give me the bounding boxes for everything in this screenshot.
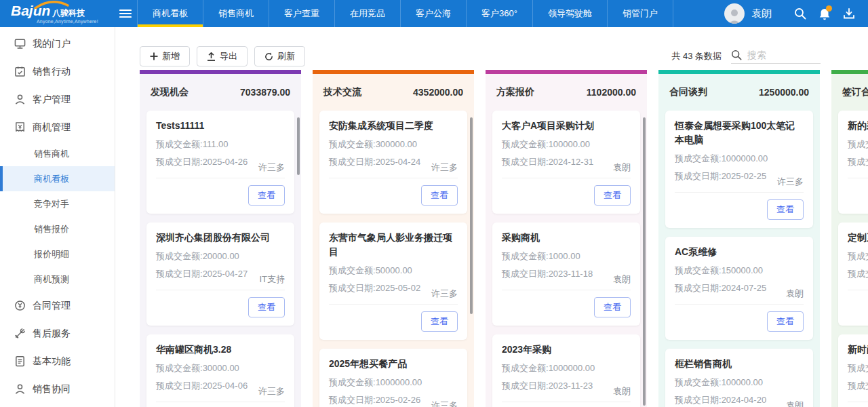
nav-tab-customer-360[interactable]: 客户360° [467,0,533,27]
opportunity-card[interactable]: 框栏销售商机 预成交金额:100000.00 预成交日期:2024-04-20袁… [665,349,813,407]
view-button[interactable]: 查看 [767,199,804,220]
sidebar-item-label: 销售行动 [33,66,71,78]
column-title: 方案报价 [496,86,534,98]
column-total: 1102000.00 [587,87,636,98]
brand-name-cn: 八骏科技 [52,9,85,17]
nav-tab-sales-portal[interactable]: 销管门户 [608,0,673,27]
view-button[interactable]: 查看 [421,185,458,206]
date-value: 2023-11-18 [549,269,593,279]
sidebar-item-quote-detail[interactable]: 报价明细 [0,241,115,267]
sidebar-item-opportunity-mgmt[interactable]: 商机管理 [0,113,115,141]
view-button[interactable]: 查看 [248,297,285,317]
sidebar-item-sales-action[interactable]: 销售行动 [0,58,115,85]
app-logo: Bajun 八骏科技 Anyone,Anytime,Anywhere! [0,0,114,27]
amount-value: 1000.00 [549,251,580,261]
person-icon [14,383,26,395]
card-owner: 袁朗 [786,288,804,300]
amount-value: 100000.00 [549,139,590,149]
sidebar-item-label: 商机预测 [34,273,69,286]
card-owner: 许三多 [777,176,804,188]
card-title: AC泵维修 [675,245,804,259]
nav-tab-customer-dedup[interactable]: 客户查重 [269,0,335,27]
date-label: 预成交日期: [675,395,722,405]
opportunity-card[interactable]: 采购商机 预成交金额:1000.00 预成交日期:2023-11-18袁朗 查看 [492,222,640,326]
menu-toggle-icon[interactable] [114,0,137,27]
sidebar-item-customer-mgmt[interactable]: 客户管理 [0,85,115,113]
bell-icon[interactable] [818,7,831,20]
sidebar-item-sales-quote[interactable]: 销售报价 [0,216,115,241]
nav-tab-customer-pool[interactable]: 客户公海 [401,0,467,27]
sidebar-item-opportunity-board[interactable]: 商机看板 [0,166,115,191]
sidebar-item-contract-mgmt[interactable]: 合同管理 [0,292,115,319]
date-label: 预成交日期: [156,381,203,391]
opportunity-card[interactable]: 华南罐区商机3.28 预成交金额:30000.00 预成交日期:2025-04-… [146,334,294,407]
kanban-column-tech-exchange: 技术交流 4352000.00 安防集成系统项目二季度 预成交金额:300000… [313,70,474,407]
opportunity-card[interactable]: 恒泰金属想要采购100太笔记本电脑 预成交金额:1000000.00 预成交日期… [665,111,813,228]
view-button[interactable]: 查看 [248,185,285,206]
sidebar-item-sales-opportunity[interactable]: 销售商机 [0,141,115,166]
column-scrollbar[interactable] [297,117,300,175]
opportunity-card[interactable]: 2025年想买餐产品 预成交金额:1000000.00 预成交日期:2025-0… [319,349,467,407]
opportunity-card[interactable]: AC泵维修 预成交金额:150000.00 预成交日期:2024-07-25袁朗… [665,237,813,340]
notification-dot [826,5,832,12]
amount-value: 1000000.00 [549,363,595,373]
nav-tab-leader-cockpit[interactable]: 领导驾驶舱 [533,0,608,27]
date-value: 2025-05-02 [376,283,421,293]
date-label: 预成交日期: [329,395,376,405]
sidebar-item-my-portal[interactable]: 我的门户 [0,30,115,58]
view-button[interactable]: 查看 [767,311,804,332]
card-title: 东营市气象局人影业务搬迁项目 [329,231,458,259]
opportunity-card[interactable]: 东营市气象局人影业务搬迁项目 预成交金额:50000.00 预成交日期:2025… [319,222,467,340]
column-total: 7033879.00 [240,87,290,98]
sidebar-item-aftersales-service[interactable]: 售后服务 [0,319,115,347]
view-button[interactable]: 查看 [594,297,631,317]
view-button[interactable]: 查看 [421,311,458,332]
user-area: 袁朗 [724,0,868,27]
download-icon[interactable] [842,7,856,20]
amount-label: 预成交金额: [156,251,203,261]
calendar-check-icon [14,66,26,78]
opportunity-card[interactable]: Tests11111 预成交金额:111.00 预成交日期:2025-04-26… [146,111,294,214]
refresh-button[interactable]: 刷新 [254,46,305,66]
opportunity-card[interactable]: 新时尚2 预成交金额: 预成交日期: 查看 [838,334,868,407]
date-label: 预成交日期: [156,157,203,167]
nav-tab-competitors-inuse[interactable]: 在用竞品 [335,0,401,27]
sidebar: 我的门户 销售行动 客户管理 商机管理 销售商机 商机看板 竞争对手 销售报价 … [0,27,115,407]
date-value: 2023-11-23 [549,381,593,391]
column-scrollbar[interactable] [470,117,473,314]
amount-label: 预成交金额: [156,139,203,149]
opportunity-card[interactable]: 深圳齐心集团股份有限公司 预成交金额:20000.00 预成交日期:2025-0… [146,222,294,326]
opportunity-card[interactable]: 新的采购 预成交金额: 预成交日期: 查看 [838,111,868,214]
opportunity-card[interactable]: 定制系统 预成交金额: 预成交日期: 查看 [838,222,868,326]
column-scrollbar[interactable] [643,117,646,406]
opportunity-card[interactable]: 安防集成系统项目二季度 预成交金额:300000.00 预成交日期:2025-0… [319,111,467,214]
date-label: 预成交日期: [329,283,376,293]
card-owner: 袁朗 [613,161,631,174]
date-label: 预成交日期: [502,157,549,167]
sidebar-item-competitors[interactable]: 竞争对手 [0,191,115,216]
kanban-column-contract-signed: 签订合同 新的采购 预成交金额: 预成交日期: 查看 定制系统 预成交金额: 预… [831,70,868,407]
date-label: 预成交日期: [502,269,549,279]
sidebar-item-basic-functions[interactable]: 基本功能 [0,347,115,375]
current-user-name[interactable]: 袁朗 [751,7,772,20]
sidebar-item-label: 基本功能 [33,355,71,368]
avatar[interactable] [724,3,745,24]
sidebar-item-label: 销售商机 [34,148,69,160]
amount-label: 预成交金额: [329,377,376,387]
kanban-column-contract-negotiation: 合同谈判 1250000.00 恒泰金属想要采购100太笔记本电脑 预成交金额:… [658,70,820,407]
export-button[interactable]: 导出 [197,46,248,66]
sidebar-item-sales-collaboration[interactable]: 销售协同 [0,375,115,403]
search-icon[interactable] [793,7,807,20]
nav-tab-opportunity-board[interactable]: 商机看板 [137,0,203,27]
add-button[interactable]: 新增 [140,46,190,66]
sidebar-item-label: 商机管理 [33,121,71,134]
opportunity-card[interactable]: 2023年采购 预成交金额:1000000.00 预成交日期:2023-11-2… [492,334,640,407]
search-icon[interactable] [731,50,742,60]
sidebar-item-opportunity-forecast[interactable]: 商机预测 [0,267,115,292]
amount-label: 预成交金额: [848,363,868,373]
nav-tab-sales-opportunity[interactable]: 销售商机 [203,0,269,27]
opportunity-card[interactable]: 大客户A项目采购计划 预成交金额:100000.00 预成交日期:2024-12… [492,111,640,214]
refresh-button-label: 刷新 [277,50,295,62]
view-button[interactable]: 查看 [594,185,631,206]
search-input[interactable] [747,50,821,60]
